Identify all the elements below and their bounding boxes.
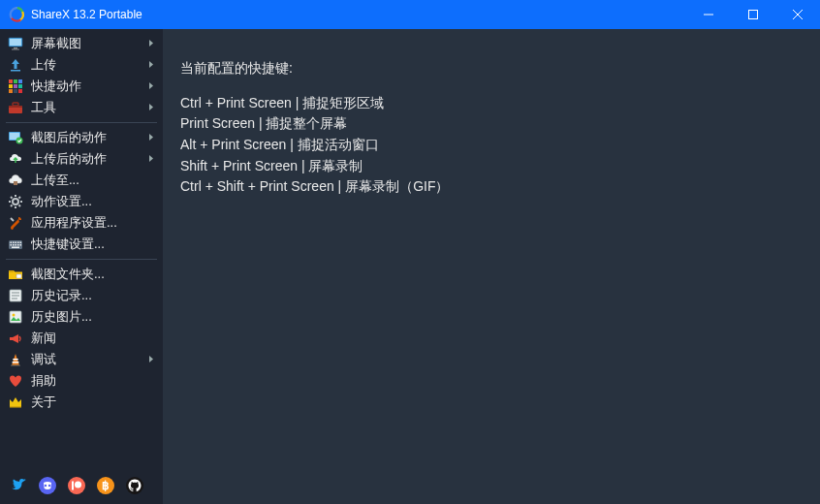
app-window: ShareX 13.2 Portable 屏幕截图上传快捷动作工具截图后的动作上…	[0, 0, 820, 504]
sidebar-item[interactable]: 上传至...	[0, 170, 163, 191]
gear-icon	[8, 194, 23, 209]
bitcoin-icon[interactable]	[95, 475, 116, 496]
discord-icon[interactable]	[37, 475, 58, 496]
sidebar-item-label: 截图文件夹...	[31, 266, 155, 283]
chevron-right-icon	[147, 134, 155, 142]
image-history-icon	[8, 309, 23, 325]
sidebar-item-label: 调试	[31, 351, 147, 368]
minimize-button[interactable]	[686, 0, 731, 29]
body: 屏幕截图上传快捷动作工具截图后的动作上传后的动作上传至...动作设置...应用程…	[0, 29, 820, 504]
wrench-icon	[8, 215, 23, 231]
sidebar-item[interactable]: 捐助	[0, 370, 163, 392]
github-icon[interactable]	[124, 475, 145, 496]
sidebar-item-label: 历史图片...	[31, 308, 155, 326]
chevron-right-icon	[147, 40, 155, 47]
dest-icon	[8, 173, 23, 188]
sidebar-item[interactable]: 历史记录...	[0, 285, 163, 306]
sidebar-item-label: 截图后的动作	[31, 129, 147, 146]
sidebar-item-label: 动作设置...	[31, 193, 155, 210]
sidebar-item-label: 快捷动作	[31, 78, 147, 95]
megaphone-icon	[8, 331, 23, 346]
hotkey-line: Ctrl + Shift + Print Screen | 屏幕录制（GIF）	[180, 176, 803, 198]
sidebar-item-label: 新闻	[31, 330, 155, 347]
upload-icon	[8, 57, 23, 73]
sidebar-item-label: 上传至...	[31, 172, 155, 189]
sidebar-item[interactable]: 动作设置...	[0, 191, 163, 212]
sidebar-item[interactable]: 应用程序设置...	[0, 212, 163, 234]
sidebar-item[interactable]: 工具	[0, 97, 163, 118]
folder-icon	[8, 267, 23, 282]
sidebar-item-label: 应用程序设置...	[31, 214, 155, 232]
chevron-right-icon	[147, 82, 155, 90]
sidebar: 屏幕截图上传快捷动作工具截图后的动作上传后的动作上传至...动作设置...应用程…	[0, 29, 163, 504]
chevron-right-icon	[147, 356, 155, 363]
sidebar-item[interactable]: 历史图片...	[0, 306, 163, 328]
window-title: ShareX 13.2 Portable	[31, 8, 686, 21]
window-controls	[686, 0, 820, 29]
after-capture-icon	[8, 130, 23, 145]
sidebar-item[interactable]: 屏幕截图	[0, 33, 163, 54]
hotkeys-list: Ctrl + Print Screen | 捕捉矩形区域Print Screen…	[180, 93, 803, 198]
sidebar-item[interactable]: 上传	[0, 54, 163, 76]
sidebar-item-label: 屏幕截图	[31, 35, 147, 52]
sidebar-item-label: 上传	[31, 56, 147, 74]
svg-rect-2	[749, 11, 758, 19]
sidebar-item[interactable]: 新闻	[0, 328, 163, 349]
after-upload-icon	[8, 151, 23, 167]
separator	[6, 122, 157, 123]
titlebar[interactable]: ShareX 13.2 Portable	[0, 0, 820, 29]
sidebar-item[interactable]: 调试	[0, 349, 163, 370]
twitter-icon[interactable]	[8, 475, 29, 496]
hotkey-line: Shift + Print Screen | 屏幕录制	[180, 156, 803, 177]
keyboard-icon	[8, 236, 23, 252]
sidebar-item[interactable]: 截图文件夹...	[0, 264, 163, 285]
grid-icon	[8, 79, 23, 94]
sidebar-item-label: 历史记录...	[31, 287, 155, 304]
sidebar-item[interactable]: 快捷动作	[0, 76, 163, 97]
sidebar-item-label: 关于	[31, 394, 155, 411]
hotkey-line: Alt + Print Screen | 捕捉活动窗口	[180, 135, 803, 156]
history-icon	[8, 288, 23, 303]
sidebar-item-label: 快捷键设置...	[31, 236, 155, 253]
sidebar-item-label: 捐助	[31, 372, 155, 390]
hotkeys-heading: 当前配置的快捷键:	[180, 58, 803, 79]
main-content: 当前配置的快捷键: Ctrl + Print Screen | 捕捉矩形区域Pr…	[163, 29, 820, 504]
close-button[interactable]	[775, 0, 820, 29]
sidebar-spacer	[0, 413, 163, 469]
monitor-icon	[8, 36, 23, 51]
chevron-right-icon	[147, 104, 155, 111]
toolbox-icon	[8, 100, 23, 115]
hotkey-line: Print Screen | 捕捉整个屏幕	[180, 113, 803, 135]
bottom-icons	[0, 469, 163, 504]
sidebar-item[interactable]: 上传后的动作	[0, 148, 163, 170]
crown-icon	[8, 394, 23, 410]
patreon-icon[interactable]	[66, 475, 87, 496]
hotkey-line: Ctrl + Print Screen | 捕捉矩形区域	[180, 93, 803, 114]
separator	[6, 259, 157, 260]
sidebar-item[interactable]: 关于	[0, 392, 163, 413]
chevron-right-icon	[147, 61, 155, 69]
chevron-right-icon	[147, 155, 155, 163]
sidebar-item-label: 上传后的动作	[31, 150, 147, 168]
sidebar-item-label: 工具	[31, 99, 147, 116]
sidebar-item[interactable]: 截图后的动作	[0, 127, 163, 148]
heart-icon	[8, 373, 23, 389]
sidebar-item[interactable]: 快捷键设置...	[0, 234, 163, 255]
cone-icon	[8, 352, 23, 367]
maximize-button[interactable]	[731, 0, 775, 29]
sidebar-menu: 屏幕截图上传快捷动作工具截图后的动作上传后的动作上传至...动作设置...应用程…	[0, 33, 163, 413]
app-icon	[8, 6, 25, 23]
